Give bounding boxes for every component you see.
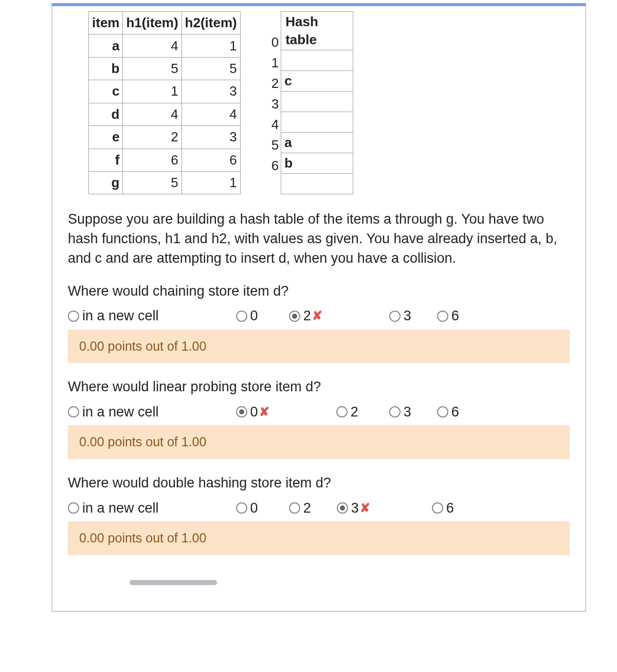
item-hash-function-table: item h1(item) h2(item) a41 b55 c13 d44 e… [88,11,241,194]
q2-option-3[interactable]: 3 [389,403,411,421]
q2-option-2[interactable]: 2 [336,403,358,421]
hash-table-block: 0 1 2 3 4 5 6 Hash table c a b [271,11,353,194]
q3-option-0[interactable]: 0 [236,499,258,517]
scrollbar-thumb[interactable] [130,580,217,585]
q2-option-label: 0 [250,403,258,421]
table-row: a41 [89,34,241,57]
wrong-icon: ✘ [259,404,269,420]
q1-option-label: in a new cell [82,306,159,325]
q3-score: 0.00 points out of 1.00 [68,521,570,555]
q1-text: Where would chaining store item d? [68,282,570,300]
table-row: e23 [89,126,241,149]
radio-icon [68,406,79,417]
radio-icon [236,502,247,514]
radio-icon [437,311,448,322]
radio-icon [389,406,401,417]
q3-answers: in a new cell 0 2 3 ✘ 6 [68,499,570,517]
q2-option-0[interactable]: 0 ✘ [236,403,269,421]
q1-option-label: 3 [404,306,411,325]
q3-option-label: 3 [351,499,359,517]
q1-option-0[interactable]: 0 [236,306,258,325]
data-tables-area: item h1(item) h2(item) a41 b55 c13 d44 e… [88,11,570,194]
hash-table-header: Hash table [281,12,353,50]
radio-icon [289,502,300,514]
q1-option-6[interactable]: 6 [437,306,459,325]
q2-option-newcell[interactable]: in a new cell [68,403,159,421]
q2-option-label: 3 [404,403,411,421]
hash-index-column: 0 1 2 3 4 5 6 [271,32,281,176]
table-row: b55 [89,57,241,80]
table-row: c13 [89,80,241,103]
q3-option-6[interactable]: 6 [432,499,454,517]
col-header-h1: h1(item) [123,12,182,34]
question-prose: Suppose you are building a hash table of… [68,210,570,268]
q2-answers: in a new cell 0 ✘ 2 3 6 [68,403,570,421]
q2-option-label: 2 [351,403,358,421]
radio-icon [336,406,348,417]
col-header-h2: h2(item) [182,12,240,34]
q3-option-label: 6 [446,499,454,517]
q3-option-3[interactable]: 3 ✘ [337,499,370,517]
q1-score: 0.00 points out of 1.00 [68,330,570,364]
radio-icon [68,311,79,322]
q1-option-label: 0 [250,306,258,325]
radio-icon [337,502,348,514]
table-row [281,50,353,71]
q2-option-label: 6 [451,403,459,421]
table-row [281,174,353,194]
q3-option-2[interactable]: 2 [289,499,311,517]
table-row: a [281,133,353,153]
hash-table: Hash table c a b [281,11,353,194]
table-row: f66 [89,149,241,171]
table-row [281,112,353,133]
radio-icon [432,502,443,514]
q1-option-label: 2 [303,306,311,325]
table-row: d44 [89,103,241,125]
q1-option-newcell[interactable]: in a new cell [68,306,159,325]
radio-icon [68,502,79,514]
table-row: b [281,153,353,174]
q3-option-label: 0 [250,499,258,517]
radio-icon [236,406,247,417]
q1-option-2[interactable]: 2 ✘ [289,306,322,325]
q3-option-newcell[interactable]: in a new cell [68,499,159,517]
table-row [281,92,353,112]
q2-option-6[interactable]: 6 [437,403,459,421]
radio-icon [289,311,300,322]
question-card: item h1(item) h2(item) a41 b55 c13 d44 e… [51,6,586,612]
q1-answers: in a new cell 0 2 ✘ 3 6 [68,306,570,325]
q2-option-label: in a new cell [82,403,159,421]
radio-icon [437,406,448,417]
q1-option-label: 6 [451,306,459,325]
q3-text: Where would double hashing store item d? [68,474,570,492]
q3-option-label: 2 [303,499,311,517]
q1-option-3[interactable]: 3 [389,306,411,325]
q2-text: Where would linear probing store item d? [68,377,570,396]
table-row: g51 [89,171,241,194]
wrong-icon: ✘ [312,307,322,324]
wrong-icon: ✘ [360,500,370,516]
radio-icon [389,311,401,322]
radio-icon [236,311,247,322]
col-header-item: item [89,12,123,34]
table-row: c [281,71,353,92]
q2-score: 0.00 points out of 1.00 [68,425,570,459]
q3-option-label: in a new cell [82,499,159,517]
